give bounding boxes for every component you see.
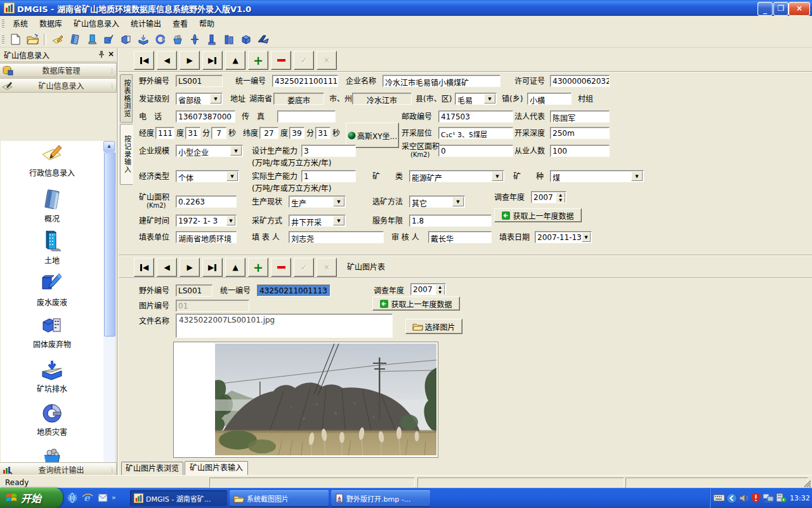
- sub-nav-up-button[interactable]: ▲: [225, 258, 246, 277]
- column-chart-icon[interactable]: [187, 32, 202, 46]
- town-input[interactable]: 小横: [527, 93, 572, 105]
- overview-icon[interactable]: [67, 32, 82, 46]
- production-status-combo[interactable]: 生产▼: [289, 196, 346, 208]
- service-years-input[interactable]: 1.8: [409, 215, 492, 227]
- pin-icon[interactable]: [97, 50, 105, 58]
- sidebar-scrollbar[interactable]: ▲ ▼: [103, 141, 115, 508]
- drainage-icon[interactable]: [135, 32, 151, 46]
- sub-nav-next-button[interactable]: ▶: [180, 258, 200, 277]
- sub-unified-code-input[interactable]: 43250211001113: [257, 284, 331, 297]
- phone-input[interactable]: 13607387000: [176, 110, 235, 123]
- mine-class-combo[interactable]: 能源矿产▼: [409, 170, 504, 182]
- sidebar-group-mine-entry[interactable]: 矿山信息录入 ⋮: [0, 78, 117, 93]
- filler-input[interactable]: 刘志尧: [289, 231, 384, 243]
- sub-nav-prev-button[interactable]: ◀: [157, 258, 177, 277]
- beneficiation-combo[interactable]: 其它▼: [409, 196, 465, 208]
- gauss-xy-button[interactable]: 高斯XY坐...: [346, 123, 399, 148]
- mining-depth-input[interactable]: 250m: [550, 127, 610, 139]
- tab-picture-entry[interactable]: 矿山图片表输入: [185, 461, 248, 475]
- prefecture-input[interactable]: 冷水江市: [352, 93, 412, 105]
- sidebar-item-geohazard[interactable]: 地质灾害: [1, 402, 103, 438]
- sidebar-item-admin-entry[interactable]: 行政信息录入: [1, 143, 103, 178]
- toolbar-grip[interactable]: [2, 34, 4, 44]
- sub-nav-add-button[interactable]: +: [248, 258, 268, 277]
- menu-view[interactable]: 查看: [167, 16, 193, 30]
- nav-next-button[interactable]: ▶: [180, 51, 200, 70]
- mining-layer-input[interactable]: C₁c¹ 3、5煤层: [438, 127, 513, 139]
- sub-fetch-previous-year-button[interactable]: 获取上一年度数据: [372, 297, 460, 311]
- fax-input[interactable]: [277, 110, 336, 123]
- show-desktop-icon[interactable]: [66, 491, 79, 504]
- mining-method-combo[interactable]: 井下开采▼: [289, 215, 346, 227]
- sub-field-code-input[interactable]: LS001: [176, 284, 213, 297]
- sub-survey-year-spinner[interactable]: 2007 ▲ ▼: [410, 283, 446, 295]
- mine-kind-combo[interactable]: 煤▼: [550, 170, 644, 182]
- nav-cancel-button[interactable]: ×: [317, 51, 337, 70]
- sidebar-item-land[interactable]: 土地: [1, 231, 103, 266]
- pillar-icon[interactable]: [204, 32, 219, 46]
- sidebar-item-pit-drainage[interactable]: 矿坑排水: [1, 359, 103, 394]
- chevron-down-icon[interactable]: ▼: [452, 197, 464, 206]
- menu-mine-info-entry[interactable]: 矿山信息录入: [68, 16, 125, 30]
- keyboard-tray-icon[interactable]: [714, 494, 724, 502]
- legal-rep-input[interactable]: 陈国军: [550, 110, 610, 123]
- open-folder-icon[interactable]: [25, 32, 41, 46]
- scrollbar-thumb[interactable]: [104, 152, 115, 337]
- menu-database[interactable]: 数据库: [34, 16, 68, 30]
- box-icon[interactable]: [238, 32, 254, 46]
- survey-year-spinner[interactable]: 2007 ▲ ▼: [531, 191, 566, 203]
- staff-count-input[interactable]: 100: [550, 145, 610, 157]
- tray-clock[interactable]: 13:32: [790, 494, 810, 502]
- fetch-previous-year-button[interactable]: 获取上一年度数据: [494, 208, 582, 222]
- city-input[interactable]: 娄底市: [273, 93, 324, 105]
- chevron-down-icon[interactable]: ▼: [333, 216, 344, 225]
- outlook-icon[interactable]: [96, 491, 109, 504]
- postal-input[interactable]: 417503: [438, 110, 513, 123]
- sub-nav-first-button[interactable]: ◀: [134, 258, 154, 277]
- wastewater-icon[interactable]: [101, 32, 117, 46]
- network-tray-icon[interactable]: [763, 493, 774, 503]
- chevron-down-icon[interactable]: ▼: [210, 94, 221, 104]
- internet-explorer-icon[interactable]: e: [81, 491, 94, 504]
- choose-picture-button[interactable]: 选择图片: [405, 319, 462, 334]
- unified-code-input[interactable]: 43250211001113: [272, 75, 338, 87]
- goaf-area-input[interactable]: 0: [438, 145, 513, 157]
- sub-nav-delete-button[interactable]: [271, 258, 291, 277]
- nav-post-button[interactable]: ✓: [294, 51, 314, 70]
- county-combo[interactable]: 毛易▼: [455, 93, 497, 105]
- sub-nav-cancel-button[interactable]: ×: [317, 258, 337, 277]
- nav-delete-button[interactable]: [271, 51, 291, 70]
- economy-type-combo[interactable]: 个体▼: [176, 170, 239, 182]
- geohazard-icon[interactable]: [152, 32, 168, 46]
- build-time-combo[interactable]: 1972- 1- 3▼: [176, 215, 237, 227]
- license-input[interactable]: 4300000620321: [550, 75, 610, 87]
- lat-deg-input[interactable]: 27: [259, 127, 278, 139]
- sub-nav-post-button[interactable]: ✓: [294, 258, 314, 277]
- fill-unit-input[interactable]: 湖南省地质环境: [176, 231, 237, 243]
- chevron-down-icon[interactable]: ▼: [226, 171, 238, 181]
- buildings-icon[interactable]: [221, 32, 237, 46]
- nav-prev-button[interactable]: ◀: [157, 51, 177, 70]
- land-icon[interactable]: [84, 32, 100, 46]
- chevron-down-icon[interactable]: ▼: [333, 197, 344, 206]
- menu-help[interactable]: 帮助: [193, 16, 220, 30]
- minimize-button[interactable]: _: [757, 2, 773, 16]
- tab-table-browse[interactable]: 按表格浏览: [120, 74, 133, 123]
- menu-grip[interactable]: [2, 18, 4, 29]
- field-code-input[interactable]: LS001: [176, 75, 223, 87]
- design-capacity-input[interactable]: 3: [301, 145, 356, 157]
- chevron-down-icon[interactable]: ▼: [226, 216, 235, 225]
- lon-deg-input[interactable]: 111: [155, 127, 174, 139]
- chevron-down-icon[interactable]: ▼: [631, 171, 643, 181]
- survey-icon[interactable]: [169, 32, 185, 46]
- fill-date-combo[interactable]: 2007-11-13▼: [535, 231, 592, 243]
- admin-entry-icon[interactable]: [49, 32, 65, 46]
- tab-record-entry[interactable]: 按记录输入: [120, 124, 133, 185]
- taskbar-task-dmgis[interactable]: DMGIS - 湖南省矿...: [130, 490, 227, 506]
- quick-launch-chevron[interactable]: »: [112, 491, 116, 504]
- close-button[interactable]: ×: [789, 2, 810, 16]
- mine-area-input[interactable]: 0.2263: [176, 196, 237, 208]
- menu-system[interactable]: 系统: [7, 16, 34, 30]
- new-document-icon[interactable]: [8, 32, 23, 46]
- nav-first-button[interactable]: ◀: [134, 51, 154, 70]
